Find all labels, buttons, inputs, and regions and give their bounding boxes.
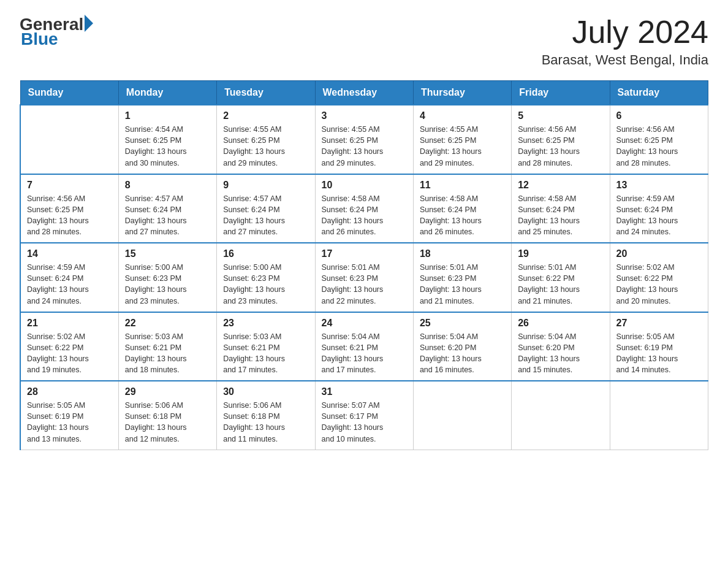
day-info: Sunrise: 4:55 AM Sunset: 6:25 PM Dayligh… <box>322 124 407 169</box>
calendar-day-18: 18Sunrise: 5:01 AM Sunset: 6:23 PM Dayli… <box>413 243 511 312</box>
day-info: Sunrise: 5:07 AM Sunset: 6:17 PM Dayligh… <box>322 400 407 445</box>
calendar-day-30: 30Sunrise: 5:06 AM Sunset: 6:18 PM Dayli… <box>217 381 315 450</box>
day-info: Sunrise: 5:04 AM Sunset: 6:20 PM Dayligh… <box>420 331 505 376</box>
weekday-header-tuesday: Tuesday <box>217 81 315 105</box>
calendar-day-2: 2Sunrise: 4:55 AM Sunset: 6:25 PM Daylig… <box>217 105 315 174</box>
day-number: 28 <box>27 386 112 397</box>
day-number: 3 <box>322 110 407 121</box>
calendar-day-12: 12Sunrise: 4:58 AM Sunset: 6:24 PM Dayli… <box>512 174 610 243</box>
day-number: 23 <box>223 318 308 329</box>
logo-blue-text: Blue <box>20 29 93 49</box>
day-info: Sunrise: 4:58 AM Sunset: 6:24 PM Dayligh… <box>420 193 505 238</box>
calendar-empty-cell <box>610 381 708 450</box>
day-number: 5 <box>518 110 603 121</box>
day-info: Sunrise: 5:02 AM Sunset: 6:22 PM Dayligh… <box>616 262 702 307</box>
day-number: 24 <box>322 318 407 329</box>
logo: General Blue <box>20 15 93 49</box>
calendar-day-16: 16Sunrise: 5:00 AM Sunset: 6:23 PM Dayli… <box>217 243 315 312</box>
day-info: Sunrise: 4:55 AM Sunset: 6:25 PM Dayligh… <box>420 124 505 169</box>
day-number: 13 <box>616 180 702 191</box>
day-info: Sunrise: 4:56 AM Sunset: 6:25 PM Dayligh… <box>27 193 112 238</box>
day-number: 12 <box>518 180 603 191</box>
calendar-day-11: 11Sunrise: 4:58 AM Sunset: 6:24 PM Dayli… <box>413 174 511 243</box>
day-info: Sunrise: 5:04 AM Sunset: 6:20 PM Dayligh… <box>518 331 603 376</box>
day-info: Sunrise: 5:05 AM Sunset: 6:19 PM Dayligh… <box>616 331 702 376</box>
calendar-week-row: 28Sunrise: 5:05 AM Sunset: 6:19 PM Dayli… <box>20 381 708 450</box>
day-info: Sunrise: 4:59 AM Sunset: 6:24 PM Dayligh… <box>27 262 112 307</box>
day-info: Sunrise: 4:58 AM Sunset: 6:24 PM Dayligh… <box>322 193 407 238</box>
day-number: 16 <box>223 248 308 259</box>
day-number: 22 <box>125 318 210 329</box>
calendar-week-row: 21Sunrise: 5:02 AM Sunset: 6:22 PM Dayli… <box>20 312 708 381</box>
day-info: Sunrise: 5:01 AM Sunset: 6:22 PM Dayligh… <box>518 262 603 307</box>
calendar-day-27: 27Sunrise: 5:05 AM Sunset: 6:19 PM Dayli… <box>610 312 708 381</box>
title-section: July 2024 Barasat, West Bengal, India <box>542 15 708 68</box>
calendar-day-17: 17Sunrise: 5:01 AM Sunset: 6:23 PM Dayli… <box>315 243 413 312</box>
calendar-day-9: 9Sunrise: 4:57 AM Sunset: 6:24 PM Daylig… <box>217 174 315 243</box>
calendar-table: SundayMondayTuesdayWednesdayThursdayFrid… <box>20 80 708 450</box>
day-number: 18 <box>420 248 505 259</box>
day-number: 8 <box>125 180 210 191</box>
calendar-day-1: 1Sunrise: 4:54 AM Sunset: 6:25 PM Daylig… <box>118 105 216 174</box>
calendar-day-6: 6Sunrise: 4:56 AM Sunset: 6:25 PM Daylig… <box>610 105 708 174</box>
day-number: 11 <box>420 180 505 191</box>
calendar-day-21: 21Sunrise: 5:02 AM Sunset: 6:22 PM Dayli… <box>20 312 118 381</box>
day-info: Sunrise: 5:00 AM Sunset: 6:23 PM Dayligh… <box>223 262 308 307</box>
calendar-day-23: 23Sunrise: 5:03 AM Sunset: 6:21 PM Dayli… <box>217 312 315 381</box>
calendar-empty-cell <box>413 381 511 450</box>
calendar-empty-cell <box>512 381 610 450</box>
calendar-week-row: 14Sunrise: 4:59 AM Sunset: 6:24 PM Dayli… <box>20 243 708 312</box>
calendar-week-row: 7Sunrise: 4:56 AM Sunset: 6:25 PM Daylig… <box>20 174 708 243</box>
weekday-header-friday: Friday <box>512 81 610 105</box>
day-info: Sunrise: 5:06 AM Sunset: 6:18 PM Dayligh… <box>223 400 308 445</box>
calendar-day-25: 25Sunrise: 5:04 AM Sunset: 6:20 PM Dayli… <box>413 312 511 381</box>
day-number: 27 <box>616 318 702 329</box>
calendar-day-20: 20Sunrise: 5:02 AM Sunset: 6:22 PM Dayli… <box>610 243 708 312</box>
day-number: 15 <box>125 248 210 259</box>
day-info: Sunrise: 4:55 AM Sunset: 6:25 PM Dayligh… <box>223 124 308 169</box>
calendar-day-10: 10Sunrise: 4:58 AM Sunset: 6:24 PM Dayli… <box>315 174 413 243</box>
calendar-empty-cell <box>20 105 118 174</box>
day-number: 2 <box>223 110 308 121</box>
day-info: Sunrise: 5:03 AM Sunset: 6:21 PM Dayligh… <box>125 331 210 376</box>
day-number: 10 <box>322 180 407 191</box>
day-number: 26 <box>518 318 603 329</box>
weekday-header-wednesday: Wednesday <box>315 81 413 105</box>
day-info: Sunrise: 5:02 AM Sunset: 6:22 PM Dayligh… <box>27 331 112 376</box>
calendar-day-24: 24Sunrise: 5:04 AM Sunset: 6:21 PM Dayli… <box>315 312 413 381</box>
calendar-day-15: 15Sunrise: 5:00 AM Sunset: 6:23 PM Dayli… <box>118 243 216 312</box>
weekday-header-thursday: Thursday <box>413 81 511 105</box>
day-info: Sunrise: 4:56 AM Sunset: 6:25 PM Dayligh… <box>518 124 603 169</box>
calendar-day-7: 7Sunrise: 4:56 AM Sunset: 6:25 PM Daylig… <box>20 174 118 243</box>
day-number: 14 <box>27 248 112 259</box>
calendar-week-row: 1Sunrise: 4:54 AM Sunset: 6:25 PM Daylig… <box>20 105 708 174</box>
calendar-day-29: 29Sunrise: 5:06 AM Sunset: 6:18 PM Dayli… <box>118 381 216 450</box>
month-year-title: July 2024 <box>542 15 708 50</box>
calendar-day-5: 5Sunrise: 4:56 AM Sunset: 6:25 PM Daylig… <box>512 105 610 174</box>
day-info: Sunrise: 4:57 AM Sunset: 6:24 PM Dayligh… <box>125 193 210 238</box>
day-number: 9 <box>223 180 308 191</box>
weekday-header-monday: Monday <box>118 81 216 105</box>
calendar-day-3: 3Sunrise: 4:55 AM Sunset: 6:25 PM Daylig… <box>315 105 413 174</box>
day-info: Sunrise: 4:56 AM Sunset: 6:25 PM Dayligh… <box>616 124 702 169</box>
calendar-day-14: 14Sunrise: 4:59 AM Sunset: 6:24 PM Dayli… <box>20 243 118 312</box>
day-info: Sunrise: 4:57 AM Sunset: 6:24 PM Dayligh… <box>223 193 308 238</box>
calendar-day-8: 8Sunrise: 4:57 AM Sunset: 6:24 PM Daylig… <box>118 174 216 243</box>
calendar-day-28: 28Sunrise: 5:05 AM Sunset: 6:19 PM Dayli… <box>20 381 118 450</box>
calendar-day-26: 26Sunrise: 5:04 AM Sunset: 6:20 PM Dayli… <box>512 312 610 381</box>
day-number: 19 <box>518 248 603 259</box>
calendar-header-row: SundayMondayTuesdayWednesdayThursdayFrid… <box>20 81 708 105</box>
day-info: Sunrise: 5:01 AM Sunset: 6:23 PM Dayligh… <box>420 262 505 307</box>
day-number: 6 <box>616 110 702 121</box>
day-number: 21 <box>27 318 112 329</box>
day-info: Sunrise: 4:58 AM Sunset: 6:24 PM Dayligh… <box>518 193 603 238</box>
day-info: Sunrise: 5:06 AM Sunset: 6:18 PM Dayligh… <box>125 400 210 445</box>
day-number: 30 <box>223 386 308 397</box>
calendar-day-22: 22Sunrise: 5:03 AM Sunset: 6:21 PM Dayli… <box>118 312 216 381</box>
calendar-day-31: 31Sunrise: 5:07 AM Sunset: 6:17 PM Dayli… <box>315 381 413 450</box>
calendar-day-19: 19Sunrise: 5:01 AM Sunset: 6:22 PM Dayli… <box>512 243 610 312</box>
calendar-day-13: 13Sunrise: 4:59 AM Sunset: 6:24 PM Dayli… <box>610 174 708 243</box>
page-header: General Blue July 2024 Barasat, West Ben… <box>20 15 708 68</box>
day-number: 7 <box>27 180 112 191</box>
day-number: 17 <box>322 248 407 259</box>
